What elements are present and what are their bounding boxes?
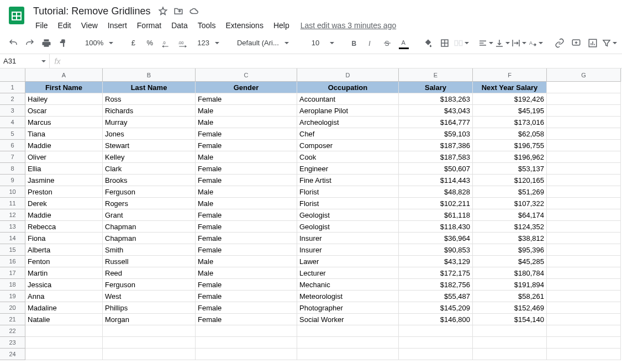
menu-edit[interactable]: Edit (54, 19, 76, 32)
cell[interactable] (473, 349, 547, 360)
menu-view[interactable]: View (77, 19, 102, 32)
cell[interactable]: Chapman (103, 221, 196, 233)
menu-help[interactable]: Help (269, 19, 294, 32)
cell[interactable]: Reed (103, 267, 196, 279)
print-button[interactable] (39, 35, 54, 51)
cell[interactable] (547, 140, 621, 151)
cell[interactable]: Jones (103, 128, 196, 140)
cell[interactable] (547, 233, 621, 244)
last-edit-link[interactable]: Last edit was 3 minutes ago (301, 21, 397, 30)
cell[interactable] (547, 186, 621, 198)
cell[interactable] (547, 337, 621, 349)
cell[interactable] (399, 337, 473, 349)
decrease-decimal-button[interactable]: .0 (159, 35, 174, 51)
cell[interactable] (547, 349, 621, 360)
menu-data[interactable]: Data (167, 19, 192, 32)
cell[interactable]: Jasmine (25, 175, 103, 186)
cell[interactable]: Aeroplane Pilot (297, 105, 399, 117)
cell[interactable] (196, 349, 297, 360)
redo-button[interactable] (22, 35, 38, 51)
cell[interactable]: Male (196, 186, 297, 198)
cell[interactable] (547, 279, 621, 291)
cell[interactable]: Male (196, 117, 297, 128)
cell[interactable]: Female (196, 221, 297, 233)
cell[interactable]: Grant (103, 209, 196, 221)
cell[interactable]: Engineer (297, 163, 399, 175)
row-header[interactable]: 20 (0, 302, 25, 314)
column-header[interactable]: G (547, 68, 621, 82)
cell[interactable]: Ellia (25, 163, 103, 175)
cell[interactable] (547, 198, 621, 209)
cell[interactable]: Composer (297, 140, 399, 151)
cell[interactable]: $95,396 (473, 244, 547, 256)
fill-color-button[interactable] (420, 35, 436, 51)
header-cell[interactable]: First Name (25, 82, 103, 93)
cell[interactable] (547, 128, 621, 140)
cell[interactable] (547, 291, 621, 302)
cell[interactable]: $187,386 (399, 140, 473, 151)
menu-format[interactable]: Format (133, 19, 166, 32)
cell[interactable]: Geologist (297, 209, 399, 221)
cell[interactable]: $48,828 (399, 186, 473, 198)
text-color-button[interactable]: A (396, 35, 412, 51)
cell[interactable]: Fenton (25, 256, 103, 267)
cell[interactable]: Insurer (297, 233, 399, 244)
cell[interactable]: Female (196, 302, 297, 314)
cell[interactable]: $102,211 (399, 198, 473, 209)
cell[interactable] (297, 325, 399, 337)
cell[interactable]: $62,058 (473, 128, 547, 140)
cell[interactable] (25, 349, 103, 360)
cell[interactable]: Female (196, 314, 297, 325)
cell[interactable]: Chef (297, 128, 399, 140)
cell[interactable]: $183,263 (399, 93, 473, 105)
cell[interactable]: $120,165 (473, 175, 547, 186)
cell[interactable]: Alberta (25, 244, 103, 256)
move-folder-icon[interactable] (173, 6, 183, 16)
cell[interactable]: Murray (103, 117, 196, 128)
cell[interactable] (547, 302, 621, 314)
cell[interactable]: $90,853 (399, 244, 473, 256)
cell[interactable]: Female (196, 163, 297, 175)
font-family-dropdown[interactable]: Default (Ari... (231, 35, 292, 51)
cell[interactable] (103, 325, 196, 337)
cell[interactable]: West (103, 291, 196, 302)
cell[interactable]: Cook (297, 151, 399, 163)
cell[interactable] (547, 105, 621, 117)
cell[interactable] (547, 325, 621, 337)
cell[interactable]: $154,140 (473, 314, 547, 325)
column-header[interactable]: F (473, 68, 547, 82)
sheets-logo[interactable] (6, 4, 28, 27)
cell[interactable]: Brooks (103, 175, 196, 186)
cell[interactable] (547, 117, 621, 128)
cell[interactable]: Oliver (25, 151, 103, 163)
cell[interactable]: Russell (103, 256, 196, 267)
cell[interactable]: $51,269 (473, 186, 547, 198)
cell[interactable]: Female (196, 140, 297, 151)
cell[interactable]: Marcus (25, 117, 103, 128)
italic-button[interactable]: I (363, 35, 378, 51)
row-header[interactable]: 22 (0, 325, 25, 337)
cell[interactable] (297, 337, 399, 349)
borders-button[interactable] (437, 35, 452, 51)
row-header[interactable]: 23 (0, 337, 25, 349)
paint-format-button[interactable] (55, 35, 71, 51)
cell[interactable]: $45,285 (473, 256, 547, 267)
row-header[interactable]: 2 (0, 93, 25, 105)
header-cell[interactable]: Salary (399, 82, 473, 93)
more-formats-dropdown[interactable]: 123 (192, 35, 223, 51)
cell[interactable]: Hailey (25, 93, 103, 105)
cell[interactable]: Lawer (297, 256, 399, 267)
insert-chart-button[interactable] (585, 35, 600, 51)
cell[interactable]: $43,043 (399, 105, 473, 117)
cell[interactable]: $172,175 (399, 267, 473, 279)
row-header[interactable]: 18 (0, 279, 25, 291)
cell[interactable] (297, 349, 399, 360)
cell[interactable]: Florist (297, 186, 399, 198)
row-header[interactable]: 5 (0, 128, 25, 140)
undo-button[interactable] (6, 35, 21, 51)
star-icon[interactable] (158, 6, 168, 16)
cell[interactable]: Female (196, 279, 297, 291)
cell[interactable]: Phillips (103, 302, 196, 314)
cell[interactable]: $58,261 (473, 291, 547, 302)
cell[interactable]: $145,209 (399, 302, 473, 314)
